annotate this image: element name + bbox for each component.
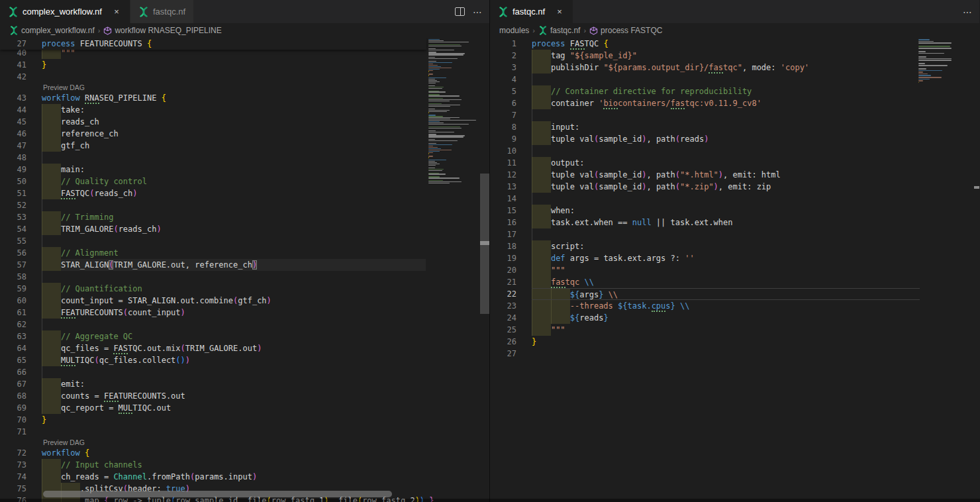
code-line-56[interactable]: 56 // Alignment [0, 247, 489, 259]
line-number[interactable]: 2 [490, 50, 532, 62]
line-number[interactable]: 11 [490, 157, 532, 169]
line-number[interactable]: 67 [0, 378, 42, 390]
code-line-53[interactable]: 53 // Trimming [0, 211, 489, 223]
code-line-54[interactable]: 54 TRIM_GALORE(reads_ch) [0, 223, 489, 235]
code-line-58[interactable]: 58 [0, 271, 489, 283]
code-line-55[interactable]: 55 [0, 235, 489, 247]
code-line-47[interactable]: 47 gtf_ch [0, 140, 489, 152]
breadcrumb-item[interactable]: complex_workflow.nf [9, 26, 95, 35]
line-number[interactable]: 57 [0, 259, 42, 271]
breadcrumb-item[interactable]: workflow RNASEQ_PIPELINE [103, 26, 221, 35]
code-line-11[interactable]: 11 output: [490, 157, 979, 169]
code-line-7[interactable]: 7 [490, 109, 979, 121]
line-number[interactable]: 8 [490, 121, 532, 133]
line-number[interactable]: 14 [490, 193, 532, 205]
code-line-74[interactable]: 74 ch_reads = Channel.fromPath(params.in… [0, 471, 489, 483]
code-line-25[interactable]: 25 """ [490, 324, 979, 336]
line-number[interactable]: 17 [490, 228, 532, 240]
code-line-18[interactable]: 18 script: [490, 240, 979, 252]
minimap[interactable] [427, 38, 480, 502]
sticky-scroll-line[interactable]: 27 process FEATURECOUNTS { [0, 38, 426, 50]
line-number[interactable]: 9 [490, 133, 532, 145]
code-line-65[interactable]: 65 MULTIQC(qc_files.collect()) [0, 354, 489, 366]
line-number[interactable]: 54 [0, 223, 42, 235]
line-number[interactable]: 71 [0, 426, 42, 438]
code-line-52[interactable]: 52 [0, 199, 489, 211]
code-line-43[interactable]: 43 workflow RNASEQ_PIPELINE { [0, 92, 489, 104]
line-number[interactable]: 49 [0, 164, 42, 176]
code-line-26[interactable]: 26 } [490, 336, 979, 348]
code-line-63[interactable]: 63 // Aggregate QC [0, 330, 489, 342]
line-number[interactable]: 7 [490, 109, 532, 121]
line-number[interactable]: 73 [0, 459, 42, 471]
code-line-6[interactable]: 6 container 'biocontainers/fastqc:v0.11.… [490, 97, 979, 109]
line-number[interactable]: 23 [490, 300, 532, 312]
code-editor[interactable]: 40 """ 41 } 42 Preview DAG 43 workflow R… [0, 38, 489, 502]
code-line-73[interactable]: 73 // Input channels [0, 459, 489, 471]
code-line-70[interactable]: 70 } [0, 414, 489, 426]
code-line-71[interactable]: 71 [0, 426, 489, 438]
minimap[interactable] [917, 38, 955, 502]
line-number[interactable]: 18 [490, 240, 532, 252]
line-number[interactable]: 4 [490, 74, 532, 85]
line-number[interactable]: 70 [0, 414, 42, 426]
line-number[interactable]: 24 [490, 312, 532, 324]
line-number[interactable]: 41 [0, 59, 42, 71]
tab-complex_workflow.nf[interactable]: complex_workflow.nf × [0, 0, 130, 23]
tab-fastqc.nf[interactable]: fastqc.nf [130, 0, 194, 23]
code-line-16[interactable]: 16 task.ext.when == null || task.ext.whe… [490, 217, 979, 228]
line-number[interactable]: 55 [0, 235, 42, 247]
line-number[interactable]: 62 [0, 319, 42, 330]
code-line-20[interactable]: 20 """ [490, 264, 979, 276]
line-number[interactable]: 25 [490, 324, 532, 336]
code-line-44[interactable]: 44 take: [0, 104, 489, 116]
code-line-2[interactable]: 2 tag "${sample_id}" [490, 50, 979, 62]
code-editor[interactable]: 1 process FASTQC { 2 tag "${sample_id}" … [490, 38, 979, 502]
code-line-1[interactable]: 1 process FASTQC { [490, 38, 979, 50]
line-number[interactable]: 20 [490, 264, 532, 276]
line-number[interactable]: 21 [490, 276, 532, 288]
line-number[interactable]: 75 [0, 483, 42, 495]
line-number[interactable]: 46 [0, 128, 42, 140]
code-line-27[interactable]: 27 [490, 348, 979, 360]
code-line-72[interactable]: 72 workflow { [0, 447, 489, 459]
code-line-21[interactable]: 21 fastqc \\ [490, 276, 979, 288]
code-line-41[interactable]: 41 } [0, 59, 489, 71]
line-number[interactable]: 16 [490, 217, 532, 228]
code-line-46[interactable]: 46 reference_ch [0, 128, 489, 140]
line-number[interactable]: 1 [490, 38, 532, 50]
code-line-9[interactable]: 9 tuple val(sample_id), path(reads) [490, 133, 979, 145]
line-number[interactable]: 53 [0, 211, 42, 223]
more-actions-icon[interactable]: ⋯ [473, 7, 483, 17]
line-number[interactable]: 44 [0, 104, 42, 116]
breadcrumb-item[interactable]: modules [499, 26, 529, 35]
code-line-57[interactable]: 57 STAR_ALIGN(TRIM_GALORE.out, reference… [0, 259, 489, 271]
code-line-48[interactable]: 48 [0, 152, 489, 164]
codelens-preview-dag[interactable]: Preview DAG [43, 438, 85, 447]
line-number[interactable]: 51 [0, 187, 42, 199]
code-line-3[interactable]: 3 publishDir "${params.output_dir}/fastq… [490, 62, 979, 74]
code-line-22[interactable]: 22 ${args} \\ [490, 288, 979, 300]
line-number[interactable]: 45 [0, 116, 42, 128]
line-number[interactable]: 59 [0, 283, 42, 295]
code-line-15[interactable]: 15 when: [490, 205, 979, 217]
line-number[interactable]: 3 [490, 62, 532, 74]
code-line-5[interactable]: 5 // Container directive for reproducibi… [490, 85, 979, 97]
code-line-19[interactable]: 19 def args = task.ext.args ?: '' [490, 252, 979, 264]
line-number[interactable]: 50 [0, 176, 42, 187]
line-number[interactable]: 12 [490, 169, 532, 181]
code-line-42[interactable]: 42 [0, 71, 489, 83]
line-number[interactable]: 65 [0, 354, 42, 366]
code-line-60[interactable]: 60 count_input = STAR_ALIGN.out.combine(… [0, 295, 489, 307]
line-number[interactable]: 43 [0, 92, 42, 104]
codelens-preview-dag[interactable]: Preview DAG [43, 83, 85, 92]
code-line-14[interactable]: 14 [490, 193, 979, 205]
code-line-51[interactable]: 51 FASTQC(reads_ch) [0, 187, 489, 199]
line-number[interactable]: 6 [490, 97, 532, 109]
breadcrumb-item[interactable]: process FASTQC [589, 26, 662, 35]
code-line-69[interactable]: 69 qc_report = MULTIQC.out [0, 402, 489, 414]
horizontal-scrollbar-thumb[interactable] [43, 491, 392, 497]
tab-fastqc.nf[interactable]: fastqc.nf × [490, 0, 573, 23]
line-number[interactable]: 47 [0, 140, 42, 152]
code-line-68[interactable]: 68 counts = FEATURECOUNTS.out [0, 390, 489, 402]
